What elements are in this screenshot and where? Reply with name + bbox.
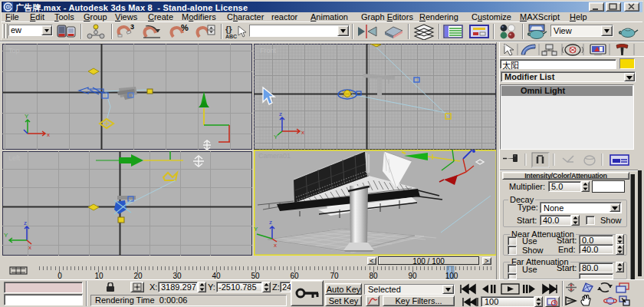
svg-text:90: 90 (408, 272, 417, 279)
svg-text:Y: Y (4, 232, 8, 239)
svg-text:ABC: ABC (225, 34, 237, 39)
svg-text:Front: Front (260, 47, 277, 54)
svg-text:{}: {} (225, 25, 232, 34)
svg-text:50: 50 (251, 272, 260, 279)
svg-text:x: x (274, 242, 277, 249)
svg-text:Y: Y (274, 134, 278, 140)
svg-text:z: z (269, 219, 272, 226)
svg-text:x: x (301, 129, 304, 136)
svg-text:10: 10 (94, 272, 104, 279)
svg-text:z: z (24, 220, 27, 226)
svg-text:Y: Y (254, 226, 258, 233)
svg-text:Y: Y (25, 113, 29, 120)
svg-text:60: 60 (290, 272, 299, 279)
svg-text:z: z (279, 111, 282, 117)
svg-text:40: 40 (212, 272, 221, 279)
svg-text:3: 3 (130, 23, 134, 31)
svg-text:x: x (47, 131, 50, 138)
svg-text:30: 30 (172, 272, 182, 279)
svg-text:80: 80 (369, 272, 378, 279)
svg-text:Camera01: Camera01 (258, 152, 291, 160)
svg-text:0: 0 (58, 272, 62, 279)
svg-text:Left: Left (8, 154, 21, 162)
svg-text:20: 20 (133, 272, 143, 279)
svg-text:70: 70 (330, 272, 339, 279)
svg-text:%: % (181, 23, 189, 32)
svg-text:Top: Top (8, 47, 20, 54)
svg-text:100: 100 (445, 272, 458, 279)
svg-text:x: x (28, 244, 31, 251)
